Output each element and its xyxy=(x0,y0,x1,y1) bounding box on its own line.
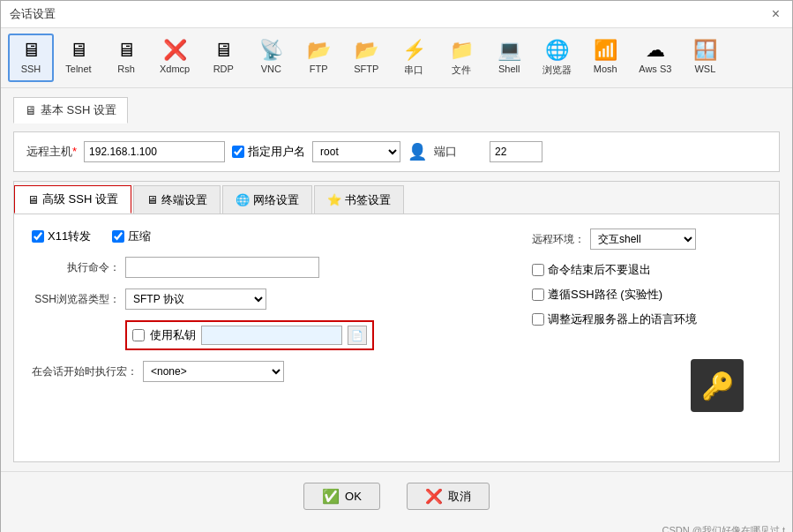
right-options: 命令结束后不要退出 遵循SSH路径 (实验性) 调整远程服务器上的语言环境 xyxy=(532,262,761,327)
adjust-lang-checkbox[interactable] xyxy=(532,313,544,326)
browser-protocol-icon: 🌐 xyxy=(545,39,569,62)
remote-env-label: 远程环境： xyxy=(532,232,585,247)
port-label: 端口 xyxy=(434,144,483,160)
vnc-protocol-icon: 📡 xyxy=(259,39,283,62)
advanced-area: 🖥 高级 SSH 设置 🖥 终端设置 🌐 网络设置 ⭐ 书签设置 X11转发 xyxy=(13,181,780,462)
telnet-protocol-label: Telnet xyxy=(65,64,91,74)
sftp-protocol-label: SFTP xyxy=(354,64,378,74)
pk-browse-button[interactable]: 📄 xyxy=(348,326,367,345)
browser-protocol-label: 浏览器 xyxy=(542,64,572,77)
advanced-ssh-tab-icon: 🖥 xyxy=(27,193,39,206)
mosh-protocol-icon: 📶 xyxy=(594,39,617,62)
protocol-vnc[interactable]: 📡 VNC xyxy=(248,34,294,82)
protocol-browser[interactable]: 🌐 浏览器 xyxy=(534,34,580,82)
cancel-button[interactable]: ❌ 取消 xyxy=(407,483,490,510)
rdp-protocol-label: RDP xyxy=(213,64,234,74)
protocol-xdmcp[interactable]: ❌ Xdmcp xyxy=(151,34,198,82)
specify-user-checkbox[interactable] xyxy=(232,146,244,158)
advanced-ssh-tab-label: 高级 SSH 设置 xyxy=(42,191,118,207)
network-tab-label: 网络设置 xyxy=(253,192,299,208)
port-input[interactable] xyxy=(490,141,542,162)
serial-protocol-label: 串口 xyxy=(404,64,423,77)
user-icon: 👤 xyxy=(408,142,427,161)
terminal-tab-icon: 🖥 xyxy=(146,193,158,206)
tab-network[interactable]: 🌐 网络设置 xyxy=(222,185,312,214)
left-col: X11转发 压缩 执行命令： xyxy=(32,229,532,398)
main-content: 🖥 基本 SSH 设置 远程主机* 指定用户名 root 👤 端口 xyxy=(1,88,792,471)
protocol-serial[interactable]: ⚡ 串口 xyxy=(391,34,437,82)
no-exit-checkbox[interactable] xyxy=(532,264,544,276)
protocol-rsh[interactable]: 🖥 Rsh xyxy=(103,34,149,82)
wsl-protocol-icon: 🪟 xyxy=(693,39,717,62)
bookmark-tab-label: 书签设置 xyxy=(345,192,391,208)
protocol-mosh[interactable]: 📶 Mosh xyxy=(582,34,628,82)
protocol-ftp[interactable]: 📂 FTP xyxy=(296,34,341,82)
xdmcp-protocol-label: Xdmcp xyxy=(160,64,190,74)
startup-macro-label: 在会话开始时执行宏： xyxy=(32,364,138,379)
tab-content: X11转发 压缩 执行命令： xyxy=(14,214,779,461)
telnet-protocol-icon: 🖥 xyxy=(69,39,88,62)
private-key-input[interactable] xyxy=(201,326,342,345)
checkboxes-row: X11转发 压缩 xyxy=(32,229,532,244)
shell-protocol-label: Shell xyxy=(498,64,520,74)
advanced-tab-strip: 🖥 高级 SSH 设置 🖥 终端设置 🌐 网络设置 ⭐ 书签设置 xyxy=(14,182,779,214)
no-exit-checkbox-label[interactable]: 命令结束后不要退出 xyxy=(532,262,761,278)
protocol-ssh[interactable]: 🖥 SSH xyxy=(8,34,54,82)
rsh-protocol-icon: 🖥 xyxy=(116,39,136,62)
protocol-bar: 🖥 SSH 🖥 Telnet 🖥 Rsh ❌ Xdmcp 🖥 RDP 📡 VNC… xyxy=(1,28,792,88)
adjust-lang-checkbox-label[interactable]: 调整远程服务器上的语言环境 xyxy=(532,311,761,327)
exec-cmd-label: 执行命令： xyxy=(32,260,120,275)
follow-ssh-checkbox-label[interactable]: 遵循SSH路径 (实验性) xyxy=(532,287,761,303)
exec-cmd-input[interactable] xyxy=(125,257,319,278)
file-protocol-icon: 📁 xyxy=(450,39,474,62)
specify-user-label[interactable]: 指定用户名 xyxy=(232,144,305,160)
basic-settings-area: 远程主机* 指定用户名 root 👤 端口 xyxy=(13,131,780,172)
session-settings-dialog: 会话设置 × 🖥 SSH 🖥 Telnet 🖥 Rsh ❌ Xdmcp 🖥 RD… xyxy=(0,0,793,532)
tab-bookmark[interactable]: ⭐ 书签设置 xyxy=(314,185,404,214)
startup-macro-row: 在会话开始时执行宏： <none> xyxy=(32,361,532,382)
key-icon-box: 🔑 xyxy=(691,359,744,412)
x11-checkbox[interactable] xyxy=(32,230,44,243)
basic-ssh-icon: 🖥 xyxy=(25,103,37,117)
dialog-title: 会话设置 xyxy=(10,6,56,22)
startup-macro-select[interactable]: <none> xyxy=(143,361,284,382)
xdmcp-protocol-icon: ❌ xyxy=(163,39,187,62)
tab-terminal[interactable]: 🖥 终端设置 xyxy=(133,185,221,214)
basic-ssh-label: 基本 SSH 设置 xyxy=(41,102,116,118)
ok-button[interactable]: ✅ OK xyxy=(303,483,380,510)
follow-ssh-checkbox[interactable] xyxy=(532,288,544,301)
key-icon: 🔑 xyxy=(701,371,734,401)
footer-buttons: ✅ OK ❌ 取消 xyxy=(1,471,792,521)
remote-env-select[interactable]: 交互shell 不启动shell 自定义 xyxy=(590,229,696,250)
required-star: * xyxy=(72,145,77,158)
basic-ssh-tab[interactable]: 🖥 基本 SSH 设置 xyxy=(13,97,128,124)
private-key-label: 使用私钥 xyxy=(150,327,196,343)
protocol-shell[interactable]: 💻 Shell xyxy=(486,34,532,82)
host-label: 远程主机* xyxy=(26,144,77,160)
protocol-file[interactable]: 📁 文件 xyxy=(438,34,484,82)
ftp-protocol-icon: 📂 xyxy=(307,39,331,62)
ok-icon: ✅ xyxy=(322,488,340,505)
username-select[interactable]: root xyxy=(312,141,400,162)
protocol-rdp[interactable]: 🖥 RDP xyxy=(200,34,246,82)
sftp-protocol-icon: 📂 xyxy=(355,39,378,62)
file-protocol-label: 文件 xyxy=(452,64,471,77)
close-button[interactable]: × xyxy=(768,6,783,22)
browser-type-select[interactable]: SFTP 协议 SCP 协议 xyxy=(125,288,266,310)
exec-cmd-row: 执行命令： xyxy=(32,257,532,278)
protocol-aws-s3[interactable]: ☁ Aws S3 xyxy=(630,34,680,82)
private-key-checkbox[interactable] xyxy=(132,329,145,341)
protocol-wsl[interactable]: 🪟 WSL xyxy=(682,34,728,82)
compress-checkbox-label[interactable]: 压缩 xyxy=(112,229,151,244)
network-tab-icon: 🌐 xyxy=(236,193,250,206)
aws-s3-protocol-icon: ☁ xyxy=(646,39,665,62)
protocol-sftp[interactable]: 📂 SFTP xyxy=(343,34,389,82)
protocol-telnet[interactable]: 🖥 Telnet xyxy=(56,34,101,82)
mosh-protocol-label: Mosh xyxy=(594,64,617,74)
ssh-protocol-label: SSH xyxy=(21,64,41,74)
tab-advanced-ssh[interactable]: 🖥 高级 SSH 设置 xyxy=(14,185,131,214)
x11-checkbox-label[interactable]: X11转发 xyxy=(32,229,91,244)
title-bar: 会话设置 × xyxy=(1,1,792,28)
host-input[interactable] xyxy=(84,141,225,162)
compress-checkbox[interactable] xyxy=(112,230,124,243)
